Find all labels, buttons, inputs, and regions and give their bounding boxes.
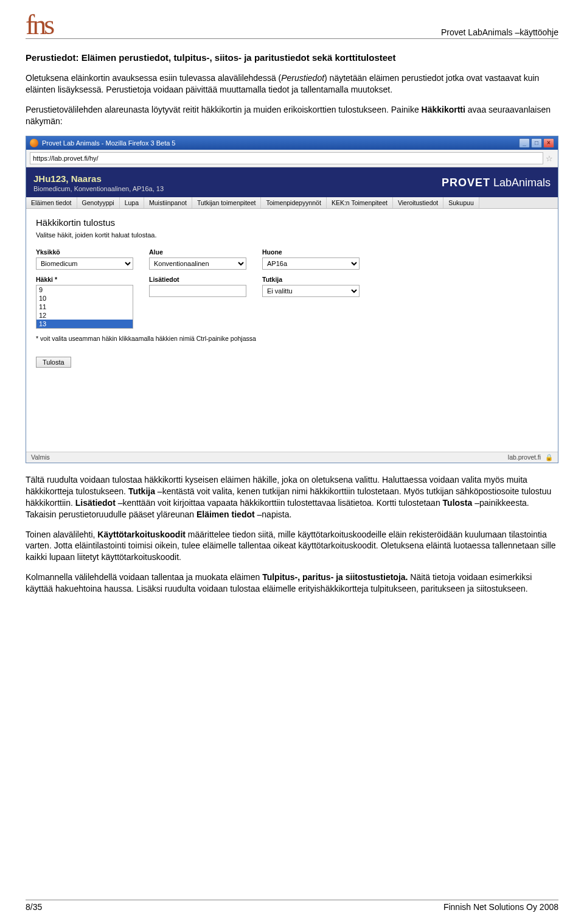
doc-title: Provet LabAnimals –käyttöohje <box>441 27 558 37</box>
intro-paragraph-2: Perustietovälilehden alareunasta löytyvä… <box>26 104 558 127</box>
tab-lupa[interactable]: Lupa <box>120 197 144 208</box>
after-p1-b3: Tulosta <box>443 498 473 508</box>
page-title: Häkkikortin tulostus <box>36 217 548 228</box>
page-number: 8/35 <box>26 902 42 912</box>
tab-sukupuu[interactable]: Sukupuu <box>443 197 479 208</box>
brand-light: LabAnimals <box>490 177 551 189</box>
tutkija-select[interactable]: Ei valittu <box>262 285 360 297</box>
url-input[interactable] <box>30 152 543 164</box>
hakki-option[interactable]: 11 <box>36 303 133 311</box>
hakki-option[interactable]: 10 <box>36 294 133 303</box>
yksikko-label: Yksikkö <box>36 248 133 256</box>
after-p1-f: –napista. <box>255 509 292 519</box>
browser-statusbar: Valmis lab.provet.fi 🔒 <box>26 452 558 463</box>
tab-tutkijan-toimenpiteet[interactable]: Tutkijan toimenpiteet <box>192 197 262 208</box>
page-header: fns Provet LabAnimals –käyttöohje <box>26 12 558 39</box>
after-p1-d: –kenttään voit kirjoittaa vapaata häkkik… <box>116 498 443 508</box>
form-row-1: Yksikkö Biomedicum Alue Konventionaaline… <box>36 248 548 270</box>
after-p1-b4: Eläimen tiedot <box>196 509 255 519</box>
animal-name: JHu123, Naaras <box>33 173 164 184</box>
browser-window: Provet Lab Animals - Mozilla Firefox 3 B… <box>26 136 558 463</box>
app-tabs: Eläimen tiedot Genotyyppi Lupa Muistiinp… <box>26 197 558 209</box>
firefox-icon <box>30 139 38 147</box>
tutkija-label: Tutkija <box>262 276 360 283</box>
lisatiedot-label: Lisätiedot <box>149 276 246 283</box>
p2-bold: Häkkikortti <box>422 105 465 114</box>
after-paragraph-3: Kolmannella välilehdellä voidaan tallent… <box>26 572 558 595</box>
section-title: Perustiedot: Eläimen perustiedot, tulpit… <box>26 52 558 63</box>
company-name: Finnish Net Solutions Oy 2008 <box>443 902 558 912</box>
status-right: lab.provet.fi 🔒 <box>508 453 553 461</box>
after-p3-b1: Tulpitus-, paritus- ja siitostustietoja. <box>262 572 408 582</box>
browser-urlbar: ☆ <box>26 150 558 167</box>
alue-select[interactable]: Konventionaalinen <box>149 257 246 270</box>
window-controls: _ □ × <box>519 138 554 148</box>
lisatiedot-input[interactable] <box>149 285 246 297</box>
tab-toimenpidepyynnot[interactable]: Toimenpidepyynnöt <box>261 197 326 208</box>
lock-icon: 🔒 <box>545 453 553 461</box>
maximize-button[interactable]: □ <box>531 138 542 148</box>
hakki-option-selected[interactable]: 13 <box>36 320 133 328</box>
app-brand: PROVET LabAnimals <box>442 177 551 189</box>
tab-elaimen-tiedot[interactable]: Eläimen tiedot <box>26 197 77 208</box>
brand-bold: PROVET <box>442 177 490 189</box>
p1-italic: Perustiedot <box>281 73 324 83</box>
logo: fns <box>26 12 52 37</box>
status-left: Valmis <box>31 453 50 461</box>
app-header: JHu123, Naaras Biomedicum, Konventionaal… <box>26 167 558 197</box>
after-paragraph-2: Toinen alavälilehti, Käyttötarkoituskood… <box>26 529 558 564</box>
tab-genotyyppi[interactable]: Genotyyppi <box>77 197 120 208</box>
hakki-option[interactable]: 12 <box>36 311 133 320</box>
form-footnote: * voit valita useamman häkin klikkaamall… <box>36 335 548 342</box>
after-p2-b1: Käyttötarkoituskoodit <box>97 530 186 539</box>
after-p3-a: Kolmannella välilehdellä voidaan tallent… <box>26 572 262 582</box>
bookmark-star-icon[interactable]: ☆ <box>546 154 554 163</box>
intro-paragraph-1: Oletuksena eläinkortin avauksessa esiin … <box>26 72 558 96</box>
form-row-2: Häkki * 9 10 11 12 13 Lisätiedot Tutkija… <box>36 276 548 329</box>
after-paragraph-1: Tältä ruudulta voidaan tulostaa häkkikor… <box>26 474 558 520</box>
browser-titlebar: Provet Lab Animals - Mozilla Firefox 3 B… <box>26 136 558 150</box>
print-button[interactable]: Tulosta <box>36 357 71 368</box>
page-subtitle: Valitse häkit, joiden kortit haluat tulo… <box>36 231 548 239</box>
p2-text-a: Perustietovälilehden alareunasta löytyvä… <box>26 105 422 114</box>
page-footer: 8/35 Finnish Net Solutions Oy 2008 <box>26 900 558 912</box>
huone-select[interactable]: AP16a <box>262 257 360 270</box>
animal-subinfo: Biomedicum, Konventionaalinen, AP16a, 13 <box>33 185 164 192</box>
app-content: Häkkikortin tulostus Valitse häkit, joid… <box>26 209 558 452</box>
alue-label: Alue <box>149 248 246 256</box>
huone-label: Huone <box>262 248 360 256</box>
close-button[interactable]: × <box>543 138 554 148</box>
tab-kek-toimenpiteet[interactable]: KEK:n Toimenpiteet <box>327 197 393 208</box>
hakki-option[interactable]: 9 <box>36 285 133 294</box>
browser-title: Provet Lab Animals - Mozilla Firefox 3 B… <box>42 139 175 147</box>
spacer <box>36 368 548 441</box>
hakki-listbox[interactable]: 9 10 11 12 13 <box>36 285 133 329</box>
after-p2-a: Toinen alavälilehti, <box>26 530 97 539</box>
yksikko-select[interactable]: Biomedicum <box>36 257 133 270</box>
status-domain: lab.provet.fi <box>508 453 541 461</box>
after-p1-b2: Lisätiedot <box>75 498 116 508</box>
minimize-button[interactable]: _ <box>519 138 530 148</box>
tab-muistiinpanot[interactable]: Muistiinpanot <box>144 197 192 208</box>
tab-vieroitustiedot[interactable]: Vieroitustiedot <box>393 197 443 208</box>
p1-text-a: Oletuksena eläinkortin avauksessa esiin … <box>26 73 281 83</box>
hakki-label: Häkki * <box>36 276 133 283</box>
after-p1-b1: Tutkija <box>128 486 155 496</box>
